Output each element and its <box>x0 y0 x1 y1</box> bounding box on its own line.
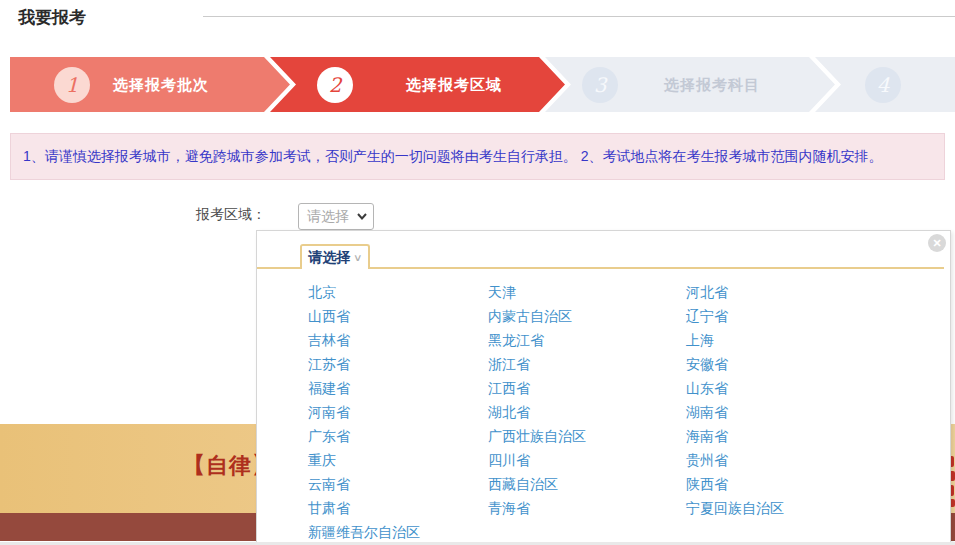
region-item[interactable]: 福建省 <box>308 376 488 400</box>
region-picker-panel: ✕ 请选择 ∨ 北京天津河北省山西省内蒙古自治区辽宁省吉林省黑龙江省上海江苏省浙… <box>256 230 951 545</box>
region-item[interactable]: 甘肃省 <box>308 496 488 520</box>
region-item[interactable]: 四川省 <box>488 448 686 472</box>
chevron-down-icon: ∨ <box>353 252 363 263</box>
region-item[interactable]: 湖南省 <box>686 400 908 424</box>
region-field-label: 报考区域： <box>196 206 266 224</box>
region-item[interactable]: 天津 <box>488 280 686 304</box>
region-item[interactable]: 河南省 <box>308 400 488 424</box>
notice-text: 1、请谨慎选择报考城市，避免跨城市参加考试，否则产生的一切问题将由考生自行承担。… <box>23 134 936 179</box>
region-item[interactable]: 广东省 <box>308 424 488 448</box>
region-item[interactable]: 湖北省 <box>488 400 686 424</box>
region-item[interactable]: 北京 <box>308 280 488 304</box>
step-3-number: 3 <box>582 67 618 103</box>
region-item[interactable]: 广西壮族自治区 <box>488 424 686 448</box>
region-item[interactable]: 江苏省 <box>308 352 488 376</box>
region-item[interactable]: 云南省 <box>308 472 488 496</box>
tab-please-select[interactable]: 请选择 ∨ <box>300 244 370 269</box>
region-item[interactable]: 海南省 <box>686 424 908 448</box>
region-select[interactable]: 请选择 <box>298 203 374 230</box>
exam-registration-page: 我要报考 1 2 3 4 选择报考批次 选择报考区域 选择报考科目 1、请谨慎选… <box>0 0 955 545</box>
region-item[interactable]: 陕西省 <box>686 472 908 496</box>
region-item[interactable]: 辽宁省 <box>686 304 908 328</box>
region-item[interactable]: 西藏自治区 <box>488 472 686 496</box>
region-item[interactable]: 青海省 <box>488 496 686 520</box>
region-item[interactable]: 新疆维吾尔自治区 <box>308 520 488 544</box>
step-1-number: 1 <box>54 67 90 103</box>
step-2-label: 选择报考区域 <box>406 57 502 112</box>
region-item[interactable]: 吉林省 <box>308 328 488 352</box>
region-item[interactable]: 宁夏回族自治区 <box>686 496 908 520</box>
page-title: 我要报考 <box>18 6 86 29</box>
step-1-label: 选择报考批次 <box>113 57 209 112</box>
tab-label: 请选择 <box>308 249 350 267</box>
region-item[interactable]: 山西省 <box>308 304 488 328</box>
chevron-down-icon <box>357 213 367 220</box>
close-icon[interactable]: ✕ <box>928 234 946 252</box>
region-item[interactable]: 重庆 <box>308 448 488 472</box>
step-2-number: 2 <box>317 67 353 103</box>
notice-banner: 1、请谨慎选择报考城市，避免跨城市参加考试，否则产生的一切问题将由考生自行承担。… <box>10 133 945 180</box>
step-4-number: 4 <box>865 67 901 103</box>
region-item[interactable]: 河北省 <box>686 280 908 304</box>
region-item[interactable]: 上海 <box>686 328 908 352</box>
region-item[interactable]: 贵州省 <box>686 448 908 472</box>
region-item[interactable]: 江西省 <box>488 376 686 400</box>
step-3-label: 选择报考科目 <box>664 57 760 112</box>
region-item[interactable]: 山东省 <box>686 376 908 400</box>
step-wizard: 1 2 3 4 选择报考批次 选择报考区域 选择报考科目 <box>10 57 955 112</box>
header-divider <box>203 16 955 17</box>
region-item[interactable]: 浙江省 <box>488 352 686 376</box>
region-item[interactable]: 内蒙古自治区 <box>488 304 686 328</box>
region-select-value: 请选择 <box>299 208 357 226</box>
region-grid: 北京天津河北省山西省内蒙古自治区辽宁省吉林省黑龙江省上海江苏省浙江省安徽省福建省… <box>308 280 908 544</box>
region-item[interactable]: 安徽省 <box>686 352 908 376</box>
region-item[interactable]: 黑龙江省 <box>488 328 686 352</box>
